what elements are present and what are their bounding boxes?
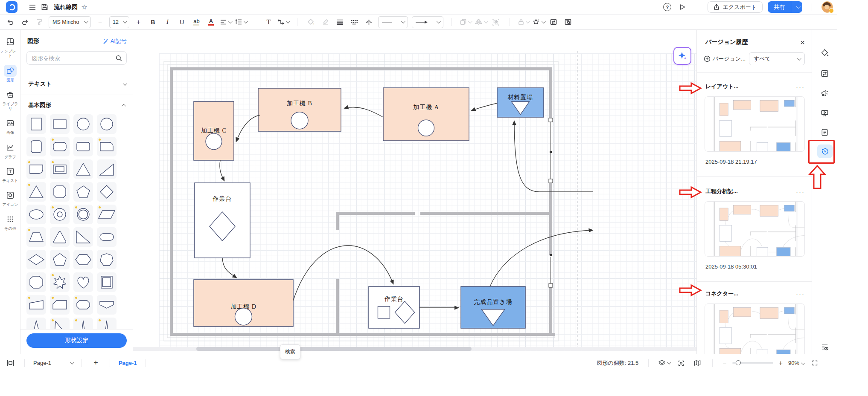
horizontal-scrollbar-thumb[interactable] (196, 347, 472, 351)
rail-notes-button[interactable] (818, 126, 832, 138)
canvas-node[interactable] (719, 225, 731, 242)
connector-type-button[interactable] (278, 17, 289, 28)
shape-star7[interactable] (50, 272, 70, 292)
connector[interactable] (725, 323, 726, 327)
shape-dcircle[interactable] (73, 205, 93, 224)
version-filter-select[interactable]: すべて (749, 52, 805, 65)
canvas-node[interactable] (784, 100, 794, 107)
version-thumbnail[interactable] (705, 201, 805, 257)
canvas-node[interactable] (719, 208, 728, 220)
connector-jump-button[interactable] (364, 17, 374, 28)
export-button[interactable]: エクスポート (708, 1, 763, 13)
shape-rsquare[interactable] (26, 137, 46, 156)
sidebar-item-image[interactable]: 画像 (0, 117, 20, 135)
sidebar-item-shapes[interactable]: 図形 (0, 65, 20, 83)
canvas-node[interactable] (719, 103, 728, 116)
sidebar-item-graph[interactable]: グラフ (0, 142, 20, 159)
connector[interactable] (751, 209, 760, 211)
text-align-button[interactable] (220, 17, 231, 28)
zoom-out-button[interactable]: − (722, 359, 726, 367)
rail-layers-visibility-button[interactable] (818, 341, 832, 353)
font-family-select[interactable]: MS Mincho (49, 16, 91, 28)
shape-nspike[interactable] (97, 318, 117, 329)
lock-button[interactable] (518, 17, 529, 28)
ai-symbols-button[interactable]: AI記号 (102, 38, 127, 45)
canvas-node[interactable] (757, 248, 767, 257)
shape-hex[interactable] (73, 250, 93, 269)
shape-diamond[interactable] (97, 182, 117, 202)
rail-fill-style-button[interactable] (818, 46, 832, 58)
shape-spike[interactable] (26, 318, 46, 329)
connector[interactable] (514, 121, 593, 192)
shape-rrect2[interactable] (73, 137, 93, 156)
italic-button[interactable]: I (162, 17, 173, 28)
map-navigator-button[interactable] (692, 358, 702, 369)
zoom-level-select[interactable]: 90% (788, 360, 804, 366)
page-manager-icon[interactable] (5, 358, 16, 369)
version-entry-title[interactable]: レイアウト...··· (705, 81, 805, 92)
user-avatar[interactable] (821, 1, 833, 13)
shape-rbl[interactable] (26, 159, 46, 179)
canvas-node[interactable] (733, 307, 751, 317)
main-menu-button[interactable] (26, 2, 38, 13)
version-entry-title[interactable]: コネクター...··· (705, 288, 805, 299)
rail-feedback-button[interactable] (818, 87, 832, 99)
shape-framesq[interactable] (97, 272, 117, 292)
rail-presentation-button[interactable] (818, 107, 832, 119)
shape-chamfer[interactable] (50, 295, 70, 315)
connector[interactable] (728, 211, 734, 217)
canvas-node[interactable] (719, 246, 741, 256)
line-style-select[interactable] (378, 16, 408, 28)
connector[interactable] (725, 344, 728, 348)
group-button[interactable] (491, 17, 501, 28)
create-version-button[interactable]: バージョン... (704, 55, 746, 63)
shape-roundtri[interactable] (50, 227, 70, 247)
highlight-button[interactable]: ab (191, 17, 202, 28)
focus-target-button[interactable] (676, 358, 686, 369)
entry-menu-icon[interactable]: ··· (796, 290, 805, 298)
layers-button[interactable] (658, 358, 670, 369)
canvas-node[interactable] (784, 205, 794, 211)
redo-button[interactable] (20, 17, 30, 28)
shape-heart[interactable] (73, 272, 93, 292)
help-icon[interactable]: ? (663, 3, 671, 11)
bold-button[interactable]: B (148, 17, 158, 28)
line-color-button[interactable] (320, 17, 331, 28)
shape-search-input[interactable] (31, 55, 116, 62)
canvas-node[interactable] (757, 350, 767, 354)
shape-oct[interactable] (26, 272, 46, 292)
canvas-node[interactable] (719, 310, 728, 323)
underline-button[interactable]: U (177, 17, 187, 28)
flip-button[interactable] (475, 17, 487, 28)
canvas-node[interactable] (719, 141, 741, 151)
add-page-button[interactable]: + (90, 358, 101, 369)
shape-square[interactable] (26, 114, 46, 134)
entry-menu-icon[interactable]: ··· (796, 188, 805, 195)
canvas-node[interactable] (733, 205, 751, 214)
shape-tri[interactable] (26, 182, 46, 202)
fill-color-button[interactable] (306, 17, 316, 28)
connector[interactable] (783, 338, 805, 350)
canvas-node[interactable] (719, 121, 731, 137)
connector[interactable] (778, 208, 784, 210)
shape-righttrif[interactable] (73, 227, 93, 247)
shape-tri[interactable] (73, 159, 93, 179)
version-thumbnail[interactable] (705, 304, 805, 354)
version-entry-title[interactable]: 工程分析記...··· (705, 186, 805, 197)
connector[interactable] (725, 220, 726, 225)
arrow-style-select[interactable] (412, 16, 443, 28)
effects-button[interactable] (533, 17, 545, 28)
drawing-canvas[interactable]: 加工機 C加工機 B加工機 A材料置場作業台加工機 D作業台完成品置き場 (133, 30, 696, 354)
shape-search-box[interactable] (26, 51, 127, 65)
sidebar-item-template[interactable]: テンプレート (0, 36, 20, 59)
undo-button[interactable] (5, 17, 16, 28)
app-logo-icon[interactable] (6, 1, 17, 13)
canvas-node[interactable] (719, 328, 731, 344)
connector[interactable] (236, 115, 260, 142)
sidebar-item-more[interactable]: その他 (0, 213, 20, 231)
page-tab[interactable]: Page-1 (119, 360, 137, 366)
canvas-node[interactable] (733, 100, 751, 110)
sidebar-item-library[interactable]: ライブラリ (0, 89, 20, 112)
shape-hept[interactable] (97, 250, 117, 269)
connector[interactable] (344, 107, 383, 117)
